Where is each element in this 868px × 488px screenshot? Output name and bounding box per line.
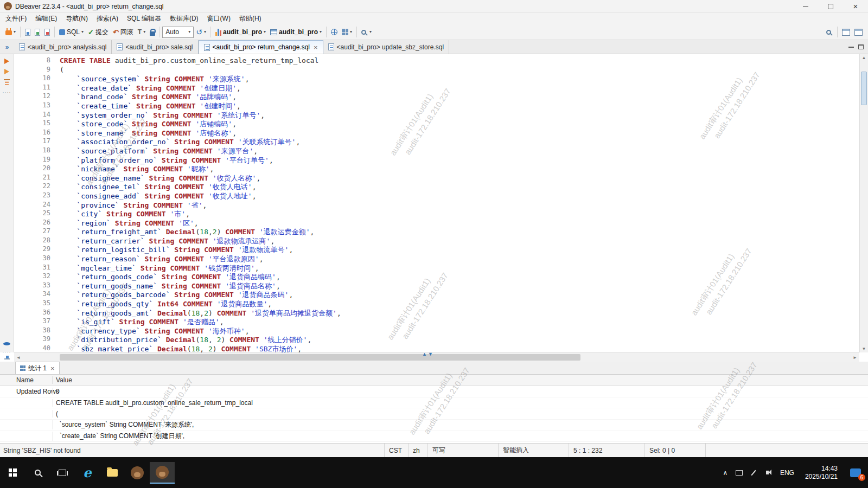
dbeaver-taskbar-button[interactable] bbox=[125, 462, 150, 484]
quick-access-search-button[interactable] bbox=[824, 29, 835, 36]
menu-item[interactable]: 文件(F) bbox=[1, 13, 31, 24]
editor-area: ···· ···· 891011121314151617181920212223… bbox=[0, 54, 868, 352]
menu-item[interactable]: 帮助(H) bbox=[235, 13, 266, 24]
maximize-button[interactable] bbox=[818, 0, 843, 12]
menu-item[interactable]: 搜索(A) bbox=[92, 13, 123, 24]
settings-gear-icon[interactable] bbox=[3, 342, 10, 345]
column-header-value[interactable]: Value bbox=[52, 376, 868, 384]
code-token: `return_reason` bbox=[76, 255, 140, 263]
run-script-icon[interactable] bbox=[4, 69, 9, 74]
restore-views-icon[interactable]: » bbox=[0, 40, 14, 54]
code-token: COMMENT bbox=[183, 147, 213, 155]
language-indicator[interactable]: ENG bbox=[775, 469, 800, 477]
minimize-button[interactable] bbox=[793, 0, 818, 12]
line-number: 10 bbox=[14, 74, 54, 84]
editor-tab[interactable]: <audit_bi_pro> sale.sql bbox=[112, 40, 198, 54]
vertical-scroll-thumb[interactable] bbox=[861, 72, 867, 105]
code-token bbox=[174, 174, 178, 182]
grid-view-icon[interactable] bbox=[4, 85, 10, 86]
splitter-handle[interactable]: ▲▼ bbox=[422, 351, 434, 357]
taskbar-clock[interactable]: 14:43 2025/10/21 bbox=[800, 465, 843, 481]
editor-tab[interactable]: <audit_bi_pro> return_change.sql× bbox=[199, 40, 323, 54]
code-editor[interactable]: CREATE TABLE audit_bi_pro.custom_online_… bbox=[54, 54, 859, 352]
vertical-scrollbar[interactable]: ▲ ▼ bbox=[859, 54, 868, 352]
minimize-view-icon[interactable] bbox=[848, 47, 854, 48]
panel-close-icon[interactable]: × bbox=[50, 364, 55, 373]
status-segment: CST bbox=[384, 444, 408, 457]
scroll-up-icon[interactable]: ▲ bbox=[860, 55, 868, 60]
menu-item[interactable]: 编辑(E) bbox=[31, 13, 61, 24]
code-line: `consignee_tel` String COMMENT '收货人电话', bbox=[60, 182, 859, 191]
connection-button[interactable]: ▾ bbox=[3, 28, 18, 36]
menu-item[interactable]: SQL 编辑器 bbox=[123, 13, 165, 24]
code-token bbox=[178, 111, 183, 119]
tray-display-button[interactable] bbox=[732, 462, 746, 484]
query-history-button[interactable]: ↺▾ bbox=[194, 27, 208, 37]
table-row[interactable]: ( bbox=[0, 408, 868, 420]
start-button[interactable] bbox=[0, 462, 25, 484]
menu-item[interactable]: 窗口(W) bbox=[203, 13, 235, 24]
tray-pen-button[interactable] bbox=[746, 462, 761, 484]
scroll-right-icon[interactable]: ► bbox=[853, 355, 857, 360]
tray-expand-button[interactable]: ∧ bbox=[718, 462, 732, 484]
statistics-tab[interactable]: 统计 1 × bbox=[15, 362, 60, 374]
network-button[interactable] bbox=[329, 28, 340, 36]
transaction-log-button[interactable]: T▾ bbox=[136, 27, 148, 37]
line-number: 36 bbox=[14, 309, 54, 318]
editor-tab[interactable]: <audit_bi_pro> analysis.sql bbox=[14, 40, 112, 54]
scroll-left-icon[interactable]: ◄ bbox=[16, 355, 21, 360]
bookmark-button[interactable] bbox=[42, 28, 52, 37]
table-row[interactable]: CREATE TABLE audit_bi_pro.custom_online_… bbox=[0, 397, 868, 409]
line-number: 8 bbox=[14, 56, 54, 66]
close-button[interactable]: × bbox=[843, 0, 868, 12]
tray-volume-button[interactable] bbox=[761, 462, 775, 484]
code-token: COMMENT bbox=[225, 228, 255, 236]
code-token bbox=[60, 264, 76, 272]
open-perspective-button[interactable] bbox=[852, 28, 865, 37]
table-row[interactable]: Updated Rows0 bbox=[0, 386, 868, 397]
code-token bbox=[200, 264, 204, 272]
internet-explorer-button[interactable]: e bbox=[75, 462, 100, 484]
run-sql-icon[interactable] bbox=[4, 59, 9, 64]
load-script-button[interactable] bbox=[23, 28, 33, 37]
schema-selector[interactable]: audit_bi_pro▾ bbox=[268, 27, 324, 37]
sql-editor-dropdown-button[interactable]: SQL▾ bbox=[57, 27, 86, 37]
line-number: 11 bbox=[14, 84, 54, 93]
table-row[interactable]: `create_date` String COMMENT '创建日期', bbox=[0, 431, 868, 442]
dbeaver-taskbar-button-active[interactable] bbox=[150, 462, 175, 484]
taskbar-search-button[interactable] bbox=[25, 462, 50, 484]
search-dropdown-button[interactable]: ▾ bbox=[359, 29, 374, 36]
lock-button[interactable] bbox=[148, 28, 157, 37]
file-explorer-button[interactable] bbox=[100, 462, 125, 484]
task-view-button[interactable] bbox=[50, 462, 75, 484]
code-token: `create_date` bbox=[76, 84, 132, 92]
code-token: String bbox=[162, 156, 187, 164]
compare-script-button[interactable] bbox=[33, 28, 42, 37]
line-number: 17 bbox=[14, 137, 54, 146]
horizontal-scrollbar[interactable]: ◄ ► bbox=[14, 352, 859, 362]
code-token: COMMENT bbox=[166, 102, 196, 110]
log-file-icon[interactable] bbox=[4, 358, 10, 359]
database-selector[interactable]: audit_bi_pro▾ bbox=[213, 27, 268, 37]
column-header-name[interactable]: Name bbox=[0, 376, 52, 384]
menu-item[interactable]: 数据库(D) bbox=[165, 13, 203, 24]
rollback-button[interactable]: ↶回滚 bbox=[111, 27, 136, 38]
monitor-icon bbox=[736, 470, 743, 476]
horizontal-scroll-thumb[interactable] bbox=[60, 354, 580, 361]
notification-button[interactable]: 6 bbox=[843, 462, 868, 484]
maximize-view-icon[interactable] bbox=[858, 44, 864, 49]
editor-tab[interactable]: <audit_bi_pro> update_sbz_store.sql bbox=[323, 40, 449, 54]
menu-item[interactable]: 导航(N) bbox=[61, 13, 92, 24]
table-row[interactable]: `source_system` String COMMENT '来源系统', bbox=[0, 420, 868, 431]
commit-button[interactable]: ✓提交 bbox=[86, 27, 111, 38]
restore-perspective-button[interactable] bbox=[840, 28, 852, 37]
line-number: 20 bbox=[14, 164, 54, 174]
layout-grid-button[interactable]: ▾ bbox=[340, 28, 354, 36]
transaction-mode-combo[interactable]: Auto▾ bbox=[162, 27, 194, 38]
code-token: , bbox=[296, 138, 300, 146]
tab-close-icon[interactable]: × bbox=[314, 43, 318, 52]
script-task-icon[interactable] bbox=[4, 79, 10, 80]
scroll-down-icon[interactable]: ▼ bbox=[860, 346, 868, 351]
rollback-arrow-icon: ↶ bbox=[113, 28, 119, 36]
code-token: `return_goods_amt` bbox=[76, 309, 153, 317]
